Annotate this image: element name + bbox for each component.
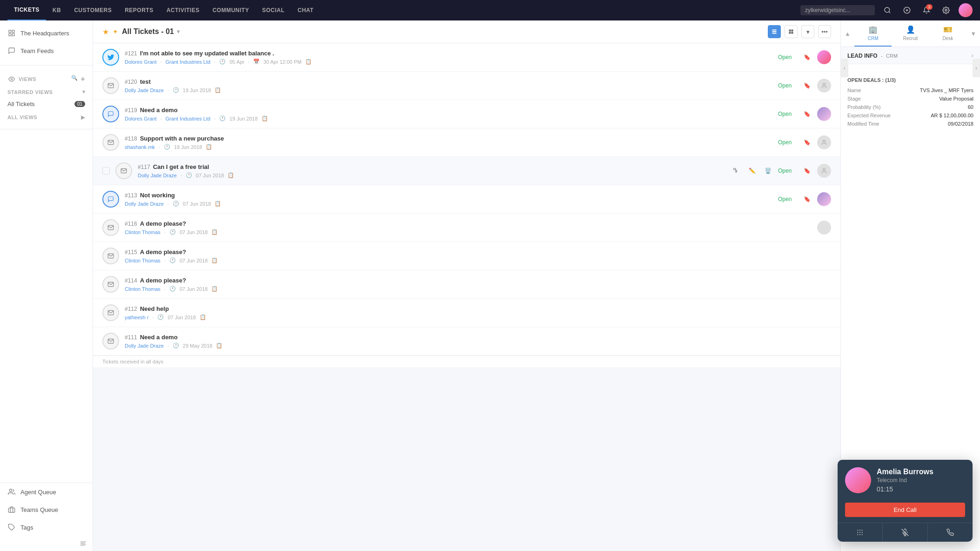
ticket-header: #119 Need a demo <box>125 107 772 114</box>
lead-info-crm-label: CRM <box>886 53 898 59</box>
ticket-bookmark-button[interactable]: 🔖 <box>801 137 812 148</box>
ticket-bookmark-button[interactable]: 🔖 <box>801 52 812 63</box>
title-dropdown-icon[interactable]: ▾ <box>177 28 180 35</box>
end-call-button[interactable]: End Call <box>845 503 965 517</box>
settings-button[interactable] <box>939 3 953 17</box>
side-panel-scroll-up[interactable]: ▲ <box>841 20 854 47</box>
ticket-row[interactable]: #117 Can I get a free trial Dolly Jade D… <box>93 157 840 185</box>
ticket-row[interactable]: #118 Support with a new purchase shashan… <box>93 128 840 157</box>
ticket-company-link[interactable]: Grant Industries Ltd <box>166 116 211 121</box>
grid-view-button[interactable] <box>785 25 798 38</box>
lead-info-title-group: LEAD INFO - CRM <box>847 52 898 59</box>
views-add-icon[interactable]: + <box>81 75 85 83</box>
ticket-row[interactable]: #113 Not working Dolly Jade Draze · 🕐 07… <box>93 185 840 214</box>
ticket-channel-icon <box>102 276 119 293</box>
lead-info-expand-button[interactable]: › <box>971 52 973 59</box>
clock-icon: 🕐 <box>169 229 176 235</box>
delete-button[interactable]: 🗑️ <box>762 165 773 176</box>
side-tab-recruit[interactable]: 👤 Recruit <box>892 20 929 47</box>
nav-kb[interactable]: KB <box>46 0 67 20</box>
ticket-bookmark-button[interactable] <box>801 222 812 233</box>
ticket-row[interactable]: #121 I'm not able to see my updated wall… <box>93 43 840 72</box>
ticket-header: #120 test <box>125 78 772 85</box>
ticket-checkbox[interactable] <box>102 167 110 175</box>
ticket-bookmark-button[interactable]: 🔖 <box>801 194 812 205</box>
panel-left-arrow[interactable]: ‹ <box>841 59 848 77</box>
add-button[interactable] <box>900 3 914 17</box>
star-icon[interactable]: ★ <box>102 27 109 36</box>
ticket-bookmark-button[interactable]: 🔖 <box>801 165 812 176</box>
nav-tickets[interactable]: TICKETS <box>7 0 46 20</box>
ticket-assignee-link[interactable]: Dolly Jade Draze <box>138 173 177 178</box>
ticket-assignee-link[interactable]: Dolores Grant <box>125 116 156 121</box>
ticket-content: #111 Need a demo Dolly Jade Draze · 🕐 29… <box>125 334 826 349</box>
side-tab-desk[interactable]: 🎫 Desk <box>929 20 967 47</box>
more-options-button[interactable]: ••• <box>818 25 831 38</box>
account-search[interactable]: zylkerwidgetsinc... <box>800 5 875 15</box>
sidebar-item-teamfeeds[interactable]: Team Feeds <box>0 42 93 60</box>
svg-rect-22 <box>789 32 791 34</box>
sidebar-spacer <box>0 131 93 483</box>
panel-right-arrow[interactable]: › <box>973 59 980 77</box>
call-keypad-button[interactable] <box>838 523 883 542</box>
ticket-assignee-link[interactable]: Dolores Grant <box>125 59 156 65</box>
ticket-assignee-link[interactable]: Clinton Thomas <box>125 286 161 292</box>
nav-social[interactable]: SOCIAL <box>255 0 291 20</box>
sidebar-item-headquarters[interactable]: The Headquarters <box>0 24 93 42</box>
nav-customers[interactable]: CUSTOMERS <box>67 0 118 20</box>
call-mute-button[interactable] <box>883 523 928 542</box>
ticket-assignee-link[interactable]: Clinton Thomas <box>125 229 161 235</box>
ticket-assignee-link[interactable]: shashank.mk <box>125 144 155 150</box>
side-tab-crm[interactable]: 🏢 CRM <box>854 20 892 47</box>
starred-views-collapse[interactable]: ▾ <box>82 89 86 95</box>
ticket-row[interactable]: #111 Need a demo Dolly Jade Draze · 🕐 29… <box>93 327 840 356</box>
ticket-right <box>778 221 831 235</box>
list-view-button[interactable] <box>768 25 781 38</box>
svg-point-33 <box>862 532 863 533</box>
nav-reports[interactable]: REPORTS <box>118 0 160 20</box>
ticket-title: A demo please? <box>140 249 186 255</box>
ticket-row[interactable]: #120 test Dolly Jade Draze · 🕐 19 Jun 20… <box>93 72 840 100</box>
svg-point-27 <box>823 168 826 171</box>
sidebar-item-teams-queue[interactable]: Teams Queue <box>0 501 93 518</box>
meta-dot: · <box>214 59 215 65</box>
meta-dot: · <box>248 59 249 65</box>
ticket-row[interactable]: #115 A demo please? Clinton Thomas · 🕐 0… <box>93 242 840 270</box>
deal-label-name: Name <box>847 87 861 93</box>
ticket-assignee-link[interactable]: Dolly Jade Draze <box>125 201 164 207</box>
call-phone-button[interactable] <box>928 523 973 542</box>
ticket-assignee-link[interactable]: Dolly Jade Draze <box>125 87 164 93</box>
ticket-content: #112 Need help yatheesh r · 🕐 07 Jun 201… <box>125 305 826 320</box>
ticket-row[interactable]: #116 A demo please? Clinton Thomas · 🕐 0… <box>93 214 840 242</box>
sidebar-item-agent-queue[interactable]: Agent Queue <box>0 483 93 501</box>
ticket-assignee-link[interactable]: Clinton Thomas <box>125 258 161 263</box>
all-views-row[interactable]: ALL VIEWS ▶ <box>0 111 93 123</box>
sidebar-collapse-button[interactable] <box>0 536 93 551</box>
all-views-expand[interactable]: ▶ <box>81 114 85 121</box>
ticket-company-link[interactable]: Grant Industries Ltd <box>166 59 211 65</box>
notifications-button[interactable]: 3 <box>920 3 933 17</box>
global-search-button[interactable] <box>880 3 894 17</box>
edit-button[interactable]: ✏️ <box>746 165 758 176</box>
ticket-id: #112 <box>125 306 137 312</box>
ticket-bookmark-button[interactable]: 🔖 <box>801 108 812 120</box>
filter-dropdown-button[interactable]: ▾ <box>801 25 814 38</box>
views-search-icon[interactable]: 🔍 <box>71 75 78 83</box>
nav-activities[interactable]: ACTIVITIES <box>160 0 206 20</box>
side-panel-scroll-down[interactable]: ▼ <box>967 20 980 47</box>
ticket-row[interactable]: #114 A demo please? Clinton Thomas · 🕐 0… <box>93 270 840 299</box>
ticket-row[interactable]: #119 Need a demo Dolores Grant · Grant I… <box>93 100 840 128</box>
all-tickets-badge: 01 <box>74 101 85 107</box>
sidebar-item-tags[interactable]: Tags <box>0 518 93 536</box>
ticket-assignee-link[interactable]: yatheesh r <box>125 315 148 320</box>
ticket-meta: Dolly Jade Draze · 🕐 29 May 2018 📋 <box>125 343 826 349</box>
ticket-assignee-link[interactable]: Dolly Jade Draze <box>125 343 164 349</box>
nav-community[interactable]: COMMUNITY <box>206 0 256 20</box>
ticket-bookmark-button[interactable]: 🔖 <box>801 80 812 91</box>
user-avatar[interactable] <box>959 3 973 17</box>
nav-chat[interactable]: CHAT <box>291 0 320 20</box>
main-content: ★ ✦ All Tickets - 01 ▾ ▾ ••• <box>93 20 840 551</box>
sidebar-item-all-tickets[interactable]: All Tickets 01 <box>0 97 93 111</box>
ticket-row[interactable]: #112 Need help yatheesh r · 🕐 07 Jun 201… <box>93 299 840 327</box>
assign-button[interactable] <box>731 165 742 176</box>
